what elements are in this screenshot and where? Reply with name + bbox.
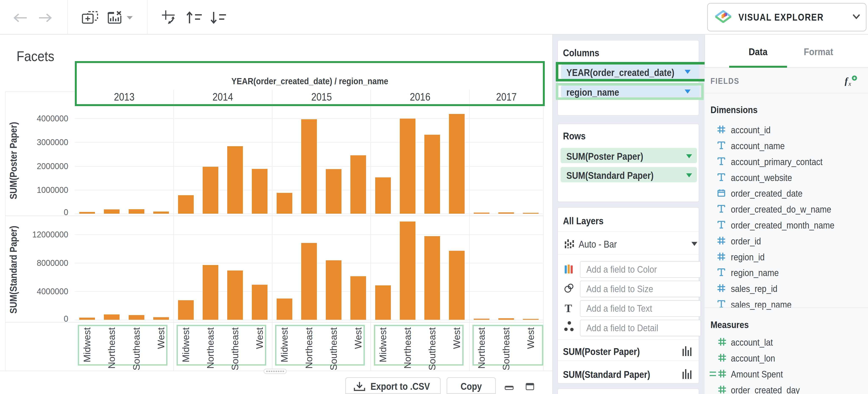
svg-text:f: f [845,76,849,86]
svg-text:x: x [848,80,851,86]
